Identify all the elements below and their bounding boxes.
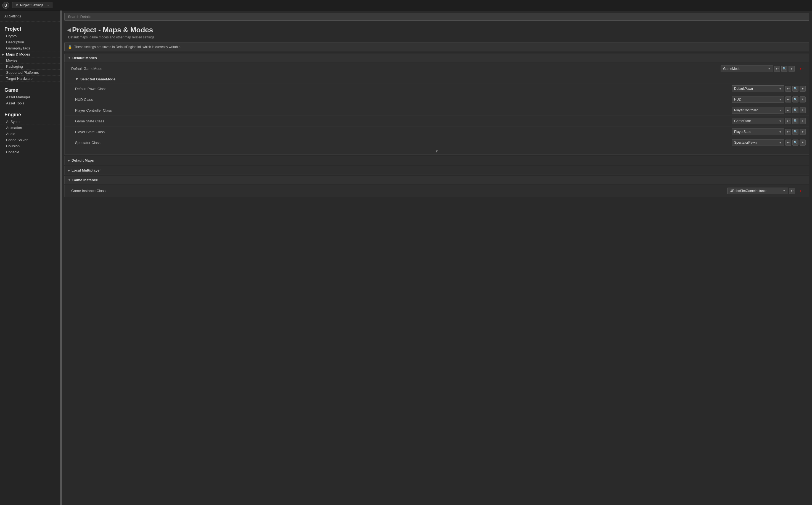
tab-settings-icon: ⚙ — [16, 4, 18, 7]
dropdown-default-gamemode[interactable]: GameMode ▼ — [721, 65, 773, 72]
sidebar-all-settings[interactable]: All Settings — [0, 13, 60, 22]
section-default-maps-label: Default Maps — [71, 158, 94, 162]
reset-default-pawn-btn[interactable]: ↩ — [785, 86, 791, 92]
sidebar-item-console[interactable]: Console — [0, 149, 60, 155]
add-gamemode-btn[interactable]: + — [789, 66, 795, 72]
row-hud-class: HUD Class HUD ▼ ↩ 🔍 + — [65, 94, 809, 105]
dropdown-spectator-class-value: SpectatorPawn — [734, 141, 757, 145]
sidebar-item-asset-tools[interactable]: Asset Tools — [0, 100, 60, 106]
sidebar-section-engine: Engine — [0, 110, 60, 119]
control-game-state: GameState ▼ ↩ 🔍 + — [732, 118, 806, 124]
page-subtitle: Default maps, game modes and other map r… — [67, 35, 806, 39]
reset-gamemode-btn[interactable]: ↩ — [774, 66, 780, 72]
section-local-multiplayer[interactable]: ▶ Local Multiplayer — [64, 166, 809, 175]
add-game-state-btn[interactable]: + — [800, 118, 806, 124]
sidebar-item-wrapper-crypto: Crypto — [0, 33, 60, 39]
label-game-state: Game State Class — [75, 119, 732, 123]
sidebar-item-asset-manager[interactable]: Asset Manager — [0, 94, 60, 100]
section-default-maps-arrow: ▶ — [68, 159, 70, 162]
add-player-controller-btn[interactable]: + — [800, 107, 806, 113]
label-default-pawn: Default Pawn Class — [75, 87, 732, 91]
sidebar-item-target-hardware[interactable]: Target Hardware — [0, 76, 60, 82]
add-hud-btn[interactable]: + — [800, 97, 806, 103]
dropdown-hud-class-arrow: ▼ — [779, 98, 782, 101]
search-default-pawn-btn[interactable]: 🔍 — [792, 86, 798, 92]
control-default-gamemode: GameMode ▼ ↩ 🔍 + ← — [721, 64, 806, 73]
search-player-state-btn[interactable]: 🔍 — [792, 129, 798, 135]
sidebar-item-chaos-solver[interactable]: Chaos Solver — [0, 137, 60, 143]
sidebar-item-gameplay-tags[interactable]: GameplayTags — [0, 45, 60, 51]
section-default-maps[interactable]: ▶ Default Maps — [64, 156, 809, 165]
dropdown-player-state[interactable]: PlayerState ▼ — [732, 129, 784, 135]
reset-spectator-btn[interactable]: ↩ — [785, 140, 791, 146]
sidebar-item-supported-platforms[interactable]: Supported Platforms — [0, 69, 60, 76]
dropdown-game-state[interactable]: GameState ▼ — [732, 118, 784, 124]
section-expand-more[interactable]: ▼ — [65, 148, 809, 154]
search-player-controller-btn[interactable]: 🔍 — [792, 107, 798, 113]
section-game-instance[interactable]: ▼ Game Instance — [64, 176, 809, 184]
search-hud-btn[interactable]: 🔍 — [792, 97, 798, 103]
sidebar-item-wrapper-supported-platforms: Supported Platforms — [0, 69, 60, 76]
reset-player-state-btn[interactable]: ↩ — [785, 129, 791, 135]
control-hud-class: HUD ▼ ↩ 🔍 + — [732, 96, 806, 103]
search-bar[interactable]: Search Details — [64, 13, 809, 21]
ue-logo-icon: U — [2, 2, 9, 9]
subsection-selected-gamemode[interactable]: ▼ Selected GameMode — [65, 75, 809, 83]
dropdown-game-state-arrow: ▼ — [779, 120, 782, 123]
sidebar-section-game: Game — [0, 85, 60, 94]
reset-player-controller-btn[interactable]: ↩ — [785, 107, 791, 113]
dropdown-hud-class[interactable]: HUD ▼ — [732, 96, 784, 103]
row-game-state: Game State Class GameState ▼ ↩ 🔍 + — [65, 116, 809, 127]
add-default-pawn-btn[interactable]: + — [800, 86, 806, 92]
dropdown-default-pawn[interactable]: DefaultPawn ▼ — [732, 86, 784, 92]
info-bar-text: These settings are saved in DefaultEngin… — [74, 45, 182, 49]
sidebar-item-ai-system[interactable]: AI System — [0, 119, 60, 125]
sidebar-section-project: Project — [0, 24, 60, 33]
sidebar-item-packaging[interactable]: Packaging — [0, 63, 60, 69]
search-gamemode-btn[interactable]: 🔍 — [781, 66, 787, 72]
sidebar-item-movies[interactable]: Movies — [0, 57, 60, 63]
expand-more-icon: ▼ — [435, 149, 439, 153]
dropdown-default-gamemode-arrow: ▼ — [768, 67, 771, 70]
search-spectator-btn[interactable]: 🔍 — [792, 140, 798, 146]
sidebar-item-animation[interactable]: Animation — [0, 125, 60, 131]
sidebar-item-crypto[interactable]: Crypto — [0, 33, 60, 39]
dropdown-default-gamemode-value: GameMode — [723, 67, 741, 71]
row-default-pawn: Default Pawn Class DefaultPawn ▼ ↩ 🔍 + — [65, 83, 809, 94]
page-title: ◀ Project - Maps & Modes — [67, 26, 806, 34]
title-bar: U ⚙ Project Settings × — [0, 0, 812, 10]
tab-close-button[interactable]: × — [47, 4, 49, 7]
control-player-state: PlayerState ▼ ↩ 🔍 + — [732, 129, 806, 135]
row-player-controller: Player Controller Class PlayerController… — [65, 105, 809, 116]
dropdown-player-controller[interactable]: PlayerController ▼ — [732, 107, 784, 114]
sidebar-item-wrapper-movies: Movies — [0, 57, 60, 63]
control-game-instance-class: URoboSimGameInstance ▼ ↩ ← — [727, 186, 806, 195]
label-spectator-class: Spectator Class — [75, 141, 732, 145]
reset-game-instance-btn[interactable]: ↩ — [789, 188, 795, 194]
reset-game-state-btn[interactable]: ↩ — [785, 118, 791, 124]
page-collapse-arrow[interactable]: ◀ — [67, 27, 70, 33]
dropdown-game-instance-class-arrow: ▼ — [783, 189, 786, 192]
add-spectator-btn[interactable]: + — [800, 140, 806, 146]
reset-hud-btn[interactable]: ↩ — [785, 97, 791, 103]
subsection-selected-gamemode-label: Selected GameMode — [80, 77, 115, 81]
sidebar-item-maps-modes[interactable]: Maps & Modes — [0, 51, 60, 57]
search-game-state-btn[interactable]: 🔍 — [792, 118, 798, 124]
settings-content: ▼ Default Modes Default GameMode GameMod… — [61, 53, 812, 204]
sidebar-item-wrapper-target-hardware: Target Hardware — [0, 76, 60, 82]
dropdown-spectator-class[interactable]: SpectatorPawn ▼ — [732, 139, 784, 146]
section-default-modes-arrow: ▼ — [68, 56, 71, 59]
content-area: Search Details ◀ Project - Maps & Modes … — [61, 10, 812, 505]
control-player-controller: PlayerController ▼ ↩ 🔍 + — [732, 107, 806, 114]
sidebar-item-audio[interactable]: Audio — [0, 131, 60, 137]
dropdown-game-state-value: GameState — [734, 119, 751, 123]
dropdown-player-controller-arrow: ▼ — [779, 109, 782, 112]
sidebar-item-description[interactable]: Description — [0, 39, 60, 45]
sidebar: All Settings Project Crypto Description … — [0, 10, 61, 505]
dropdown-game-instance-class[interactable]: URoboSimGameInstance ▼ — [727, 188, 788, 194]
add-player-state-btn[interactable]: + — [800, 129, 806, 135]
section-game-instance-body: Game Instance Class URoboSimGameInstance… — [64, 185, 809, 197]
project-settings-tab[interactable]: ⚙ Project Settings × — [12, 2, 52, 8]
section-default-modes[interactable]: ▼ Default Modes — [64, 53, 809, 62]
sidebar-item-collision[interactable]: Collision — [0, 143, 60, 149]
